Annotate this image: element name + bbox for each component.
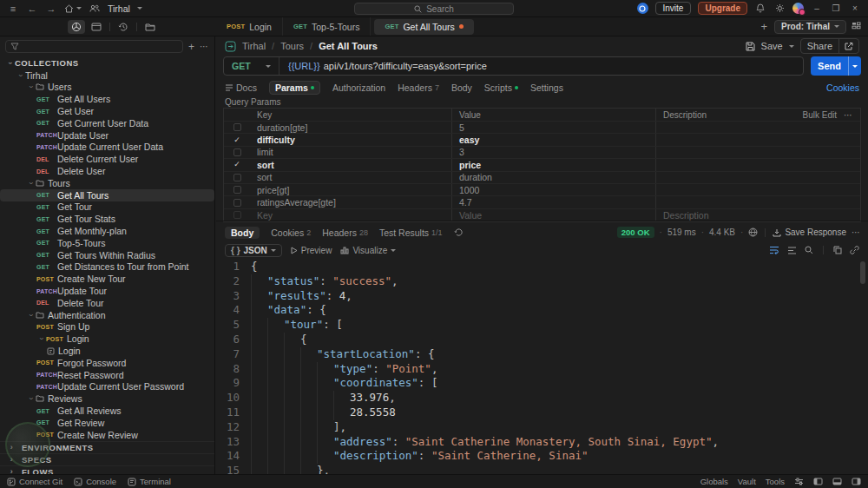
sidebar-item-get-current-user-data[interactable]: GETGet Current User Data (0, 117, 214, 129)
sidebar-item-reset-password[interactable]: PATCHReset Password (0, 369, 214, 381)
connect-git-button[interactable]: Connect Git (7, 477, 62, 486)
sidebar-section-collections[interactable]: ›COLLECTIONS (0, 57, 214, 69)
param-checkbox[interactable] (224, 184, 250, 195)
breadcrumb-folder[interactable]: Tours (280, 41, 304, 51)
toggle-right-panel-icon[interactable] (852, 478, 861, 485)
network-globe-icon[interactable] (748, 228, 758, 237)
sidebar-item-update-tour[interactable]: PATCHUpdate Tour (0, 285, 214, 297)
param-key[interactable]: difficulty (250, 134, 451, 145)
invite-button[interactable]: Invite (655, 2, 692, 15)
team-icon[interactable] (89, 4, 101, 12)
postbot-icon[interactable] (637, 3, 648, 14)
param-value-placeholder[interactable]: Value (451, 209, 655, 221)
param-description[interactable] (655, 147, 860, 158)
copy-response-icon[interactable] (833, 246, 842, 254)
sidebar-item-get-review[interactable]: GETGet Review (0, 417, 214, 429)
sidebar-item-update-user[interactable]: PATCHUpdate User (0, 129, 214, 142)
wrap-text-icon[interactable] (769, 246, 779, 254)
chevron-icon[interactable]: › (26, 311, 36, 320)
sidebar-item-delete-tour[interactable]: DELDelete Tour (0, 297, 214, 309)
window-minimize-button[interactable]: – (811, 3, 823, 13)
response-body-json[interactable]: 1{2"status": "success",3"results": 4,4"d… (216, 260, 868, 474)
menu-icon[interactable]: ≡ (7, 3, 19, 14)
param-value[interactable]: price (451, 159, 655, 170)
send-button[interactable]: Send (811, 56, 861, 76)
param-key[interactable]: price[gt] (250, 184, 451, 195)
sidebar-item-forgot-password[interactable]: POSTForgot Password (0, 357, 214, 369)
request-tab-body[interactable]: Body (451, 82, 472, 93)
console-button[interactable]: Console (74, 477, 116, 486)
param-description[interactable] (655, 159, 860, 170)
sidebar-item-update-current-user-password[interactable]: PATCHUpdate Current User Password (0, 381, 214, 393)
param-checkbox[interactable]: ✓ (224, 159, 250, 170)
url-input[interactable]: {{URL}} api/v1/tours?difficulty=easy&sor… (279, 61, 496, 71)
vault-button[interactable]: Vault (738, 477, 756, 486)
sidebar-item-get-monthly-plan[interactable]: GETGet Monthly-plan (0, 225, 214, 237)
sidebar-item-get-user[interactable]: GETGet User (0, 105, 214, 117)
param-key[interactable]: duration[gte] (250, 122, 451, 133)
sidebar-item-get-all-users[interactable]: GETGet All Users (0, 93, 214, 105)
param-checkbox[interactable] (224, 172, 250, 183)
toggle-bottom-panel-icon[interactable] (832, 478, 842, 485)
workspace-tab[interactable]: POSTLogin (216, 17, 283, 36)
param-description[interactable] (655, 196, 860, 208)
param-value[interactable]: 1000 (451, 184, 655, 195)
notifications-bell-icon[interactable] (754, 3, 766, 13)
param-value[interactable]: easy (451, 134, 655, 145)
param-key[interactable]: sort (250, 172, 451, 183)
environment-quicklook-icon[interactable] (852, 22, 861, 31)
sidebar-item-get-distances-to-tour-from-point[interactable]: GETGet Distances to Tour from Point (0, 261, 214, 274)
environment-selector[interactable]: Prod: Tirhal (774, 20, 846, 34)
save-dropdown-icon[interactable] (789, 45, 794, 48)
param-checkbox[interactable] (224, 122, 250, 133)
sidebar-item-delete-current-user[interactable]: DELDelete Current User (0, 153, 214, 165)
param-checkbox[interactable] (224, 196, 250, 208)
chevron-icon[interactable]: › (26, 179, 36, 188)
params-more-button[interactable]: ⋯ (844, 110, 853, 120)
runner-sliders-icon[interactable] (794, 478, 804, 485)
response-tab-body[interactable]: Body (225, 227, 260, 239)
sidebar-item-login[interactable]: Login (0, 345, 214, 357)
response-size[interactable]: 4.4 KB (709, 228, 735, 237)
request-tab-headers[interactable]: Headers7 (398, 82, 439, 93)
sidebar-item-get-all-reviews[interactable]: GETGet All Reviews (0, 405, 214, 417)
sidebar-item-create-new-review[interactable]: POSTCreate New Review (0, 429, 214, 441)
param-value[interactable]: duration (451, 172, 655, 183)
cookies-link[interactable]: Cookies (826, 82, 859, 93)
param-description[interactable] (655, 122, 860, 133)
param-checkbox[interactable]: ✓ (224, 134, 250, 145)
param-description[interactable] (655, 172, 860, 183)
response-format-selector[interactable]: { } JSON (225, 244, 282, 257)
response-history-icon[interactable] (454, 228, 464, 237)
param-value[interactable]: 4.7 (451, 196, 655, 208)
sidebar-section-flows[interactable]: ›FLOWS (0, 465, 214, 475)
response-tab-headers[interactable]: Headers28 (322, 228, 368, 238)
request-tab-scripts[interactable]: Scripts (484, 82, 518, 93)
param-checkbox[interactable] (224, 147, 250, 158)
param-description[interactable] (655, 134, 860, 145)
param-key[interactable]: ratingsAverage[gte] (250, 196, 451, 208)
send-options-chevron-icon[interactable] (848, 56, 861, 76)
status-badge[interactable]: 200 OK (617, 227, 654, 238)
window-close-button[interactable]: × (849, 3, 861, 13)
collections-nav-icon[interactable] (68, 20, 85, 34)
team-name[interactable]: Tirhal (108, 3, 130, 14)
preview-button[interactable]: Preview (291, 246, 332, 255)
sidebar-item-delete-user[interactable]: DELDelete User (0, 165, 214, 177)
sidebar-item-get-tours-within-radius[interactable]: GETGet Tours Within Radius (0, 249, 214, 261)
sidebar-add-button[interactable]: + (188, 41, 194, 53)
chevron-icon[interactable]: › (5, 59, 15, 68)
request-tab-settings[interactable]: Settings (530, 82, 563, 93)
visualize-button[interactable]: Visualize (340, 246, 396, 255)
scrollbar-thumb[interactable] (860, 261, 865, 284)
apis-nav-icon[interactable] (88, 20, 105, 34)
chevron-icon[interactable]: › (26, 394, 36, 403)
chevron-icon[interactable]: › (36, 334, 46, 343)
workspace-tab[interactable]: GETTop-5-Tours (283, 17, 371, 36)
request-tab-docs[interactable]: Docs (225, 82, 257, 93)
search-input[interactable]: Search (354, 3, 514, 15)
back-icon[interactable]: ← (26, 3, 38, 14)
sidebar-section-environments[interactable]: ›ENVIRONMENTS (0, 441, 214, 453)
response-tab-cookies[interactable]: Cookies2 (271, 228, 311, 238)
response-time[interactable]: 519 ms (667, 228, 696, 237)
